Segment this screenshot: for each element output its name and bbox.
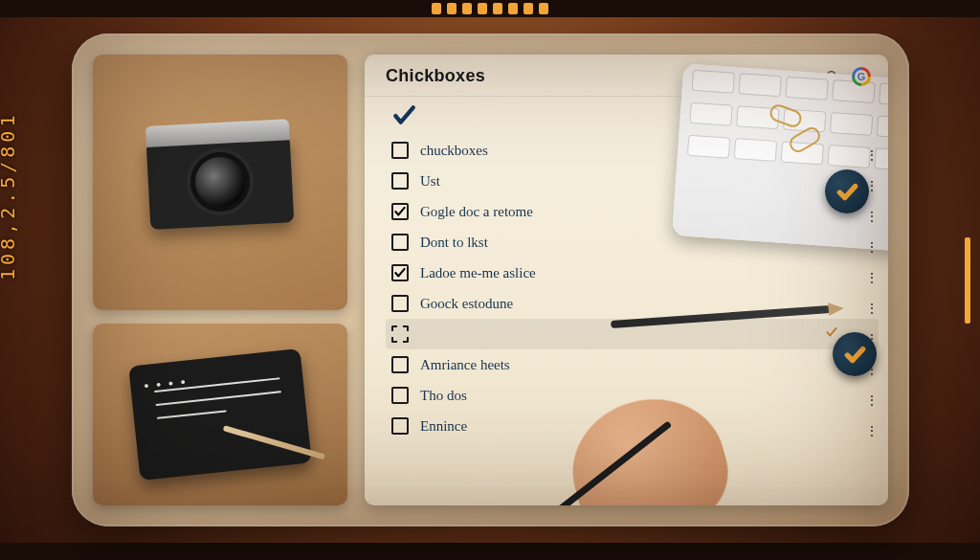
panel-header: Chickboxes xyxy=(365,55,888,97)
panel-title: Chickboxes xyxy=(386,66,813,86)
list-item[interactable]: Tho dos xyxy=(386,380,879,411)
item-label: chuckboxes xyxy=(420,143,854,159)
google-icon[interactable] xyxy=(852,67,871,86)
drag-handle-icon[interactable] xyxy=(865,361,873,369)
checkbox[interactable] xyxy=(391,387,409,404)
list-item[interactable] xyxy=(386,319,879,349)
item-label: Goock estodune xyxy=(420,296,854,312)
drag-handle-icon[interactable] xyxy=(865,392,873,399)
sprockets-top xyxy=(432,3,548,14)
checkbox[interactable] xyxy=(391,203,409,220)
drag-handle-icon[interactable] xyxy=(865,238,873,246)
checkbox[interactable] xyxy=(391,234,409,251)
camera-icon xyxy=(146,134,295,230)
item-label: Ust xyxy=(420,173,854,190)
checkbox[interactable] xyxy=(391,417,409,435)
film-edge-code: 108,2.5/801 xyxy=(0,111,19,280)
drag-handle-icon[interactable] xyxy=(865,422,873,430)
svg-point-0 xyxy=(828,71,835,78)
checkbox[interactable] xyxy=(391,142,409,159)
sprockets-bottom xyxy=(432,546,548,557)
list-item[interactable]: Ust xyxy=(386,166,879,196)
svg-line-1 xyxy=(835,78,838,82)
list-item[interactable]: Gogle doc a retome xyxy=(386,196,879,227)
drag-handle-icon[interactable] xyxy=(865,330,873,338)
drag-handle-icon[interactable] xyxy=(865,208,873,215)
search-icon[interactable] xyxy=(823,67,842,86)
checkbox[interactable] xyxy=(391,356,409,373)
item-label: Ennince xyxy=(420,418,854,435)
film-edge-bar xyxy=(965,237,970,324)
item-label: Amriance heets xyxy=(420,357,854,373)
thumbnail-tablet[interactable]: • • • • xyxy=(93,324,347,505)
drag-handle-icon[interactable] xyxy=(865,146,873,154)
checkbox[interactable] xyxy=(391,325,409,343)
list-item[interactable]: Amriance heets xyxy=(386,349,879,380)
inline-checkmark-icon xyxy=(825,325,838,343)
list-item[interactable]: Goock estodune xyxy=(386,288,879,319)
checkbox[interactable] xyxy=(391,172,409,190)
header-checkmark-icon xyxy=(365,97,888,133)
list-item[interactable]: Dont to lkst xyxy=(386,227,879,258)
checklist-panel: Chickboxes chuckboxesUstGogle doc a reto… xyxy=(365,55,888,505)
drag-handle-icon[interactable] xyxy=(865,300,873,307)
tablet-icon: • • • • xyxy=(128,348,312,481)
item-label: Tho dos xyxy=(420,388,854,404)
list-item[interactable]: Ladoe me-me aslice xyxy=(386,258,879,288)
thumbnail-gallery: • • • • xyxy=(72,34,359,526)
list-item[interactable]: Ennince xyxy=(386,411,879,441)
thumbnail-camera[interactable] xyxy=(93,55,347,310)
main-card: • • • • Chickboxes xyxy=(72,34,909,526)
checkbox[interactable] xyxy=(391,264,409,281)
drag-handle-icon[interactable] xyxy=(865,269,873,277)
item-label: Gogle doc a retome xyxy=(420,204,854,220)
checklist: chuckboxesUstGogle doc a retomeDont to l… xyxy=(365,133,888,505)
item-label: Ladoe me-me aslice xyxy=(420,265,854,281)
checkbox[interactable] xyxy=(391,295,409,312)
item-label: Dont to lkst xyxy=(420,235,854,251)
list-item[interactable]: chuckboxes xyxy=(386,135,879,166)
drag-handle-icon[interactable] xyxy=(865,177,873,185)
